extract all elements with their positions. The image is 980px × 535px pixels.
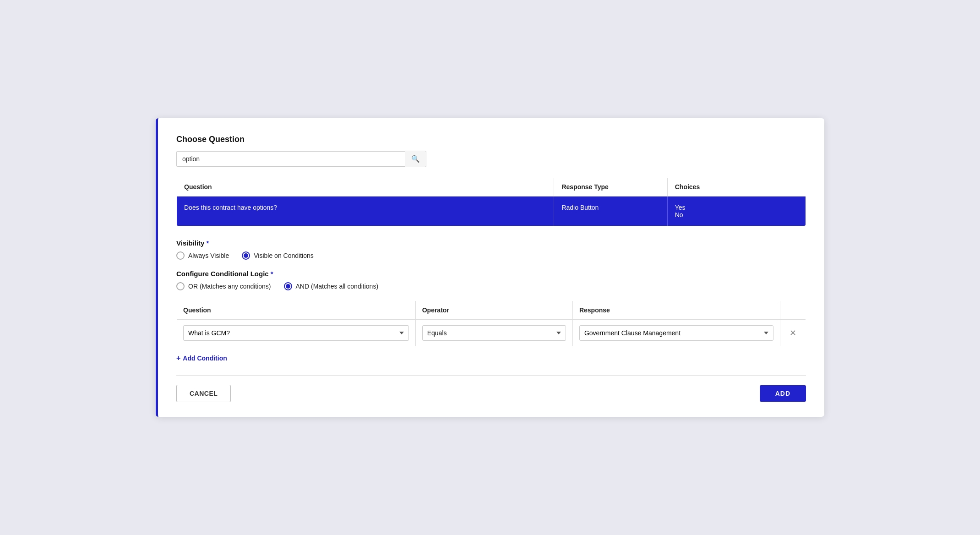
visibility-radio-group: Always Visible Visible on Conditions (176, 251, 806, 260)
table-cell-choices: Yes No (667, 197, 806, 226)
cond-col-question: Question (177, 301, 416, 320)
visibility-on-conditions-label: Visible on Conditions (254, 252, 314, 259)
conditional-logic-label: Configure Conditional Logic* (176, 270, 806, 278)
footer-row: CANCEL ADD (176, 385, 806, 402)
condition-table-body: What is GCM? Equals Government Clause Ma… (177, 320, 806, 347)
delete-condition-button[interactable]: ✕ (787, 328, 799, 338)
condition-operator-select[interactable]: Equals (422, 325, 566, 341)
col-header-response-type: Response Type (554, 178, 667, 197)
col-header-choices: Choices (667, 178, 806, 197)
footer-divider (176, 375, 806, 376)
cancel-button[interactable]: CANCEL (176, 385, 231, 402)
cond-col-operator: Operator (415, 301, 572, 320)
conditional-logic-radio-group: OR (Matches any conditions) AND (Matches… (176, 282, 806, 290)
logic-and[interactable]: AND (Matches all conditions) (284, 282, 379, 290)
logic-or[interactable]: OR (Matches any conditions) (176, 282, 271, 290)
condition-operator-cell: Equals (415, 320, 572, 347)
radio-or[interactable] (176, 282, 185, 290)
cond-col-response: Response (572, 301, 780, 320)
radio-visible-on-conditions[interactable] (242, 251, 250, 260)
table-row[interactable]: Does this contract have options? Radio B… (177, 197, 806, 226)
close-icon: ✕ (789, 328, 796, 338)
visibility-always-visible[interactable]: Always Visible (176, 251, 229, 260)
add-condition-label: Add Condition (183, 355, 227, 362)
table-cell-question: Does this contract have options? (177, 197, 554, 226)
condition-delete-cell: ✕ (780, 320, 806, 347)
modal-container: Choose Question 🔍 Question Response Type… (156, 118, 824, 417)
logic-or-label: OR (Matches any conditions) (188, 283, 271, 290)
col-header-question: Question (177, 178, 554, 197)
condition-question-select[interactable]: What is GCM? (183, 325, 409, 341)
choice-yes: Yes (675, 204, 686, 211)
visibility-section: Visibility* Always Visible Visible on Co… (176, 239, 806, 260)
search-icon: 🔍 (411, 155, 420, 163)
visibility-on-conditions[interactable]: Visible on Conditions (242, 251, 314, 260)
visibility-always-visible-label: Always Visible (188, 252, 229, 259)
conditional-logic-section: Configure Conditional Logic* OR (Matches… (176, 270, 806, 290)
condition-table: Question Operator Response What is GCM? (176, 300, 806, 347)
visibility-label: Visibility* (176, 239, 806, 247)
condition-response-select[interactable]: Government Clause Management (579, 325, 773, 341)
search-input[interactable] (176, 151, 405, 167)
choose-question-section: Choose Question 🔍 Question Response Type… (176, 135, 806, 226)
condition-response-cell: Government Clause Management (572, 320, 780, 347)
logic-and-label: AND (Matches all conditions) (296, 283, 379, 290)
search-row: 🔍 (176, 151, 806, 167)
question-table-header: Question Response Type Choices (177, 178, 806, 197)
condition-row: What is GCM? Equals Government Clause Ma… (177, 320, 806, 347)
condition-table-section: Question Operator Response What is GCM? (176, 300, 806, 364)
condition-question-cell: What is GCM? (177, 320, 416, 347)
cond-col-delete (780, 301, 806, 320)
choice-no: No (675, 211, 683, 218)
table-cell-response-type: Radio Button (554, 197, 667, 226)
radio-and[interactable] (284, 282, 292, 290)
plus-icon: + (176, 354, 180, 362)
condition-table-header: Question Operator Response (177, 301, 806, 320)
choose-question-title: Choose Question (176, 135, 806, 144)
radio-always-visible[interactable] (176, 251, 185, 260)
add-condition-button[interactable]: + Add Condition (176, 352, 227, 364)
question-table-body: Does this contract have options? Radio B… (177, 197, 806, 226)
add-button[interactable]: ADD (760, 385, 806, 402)
search-button[interactable]: 🔍 (405, 151, 426, 167)
question-table: Question Response Type Choices Does this… (176, 177, 806, 226)
